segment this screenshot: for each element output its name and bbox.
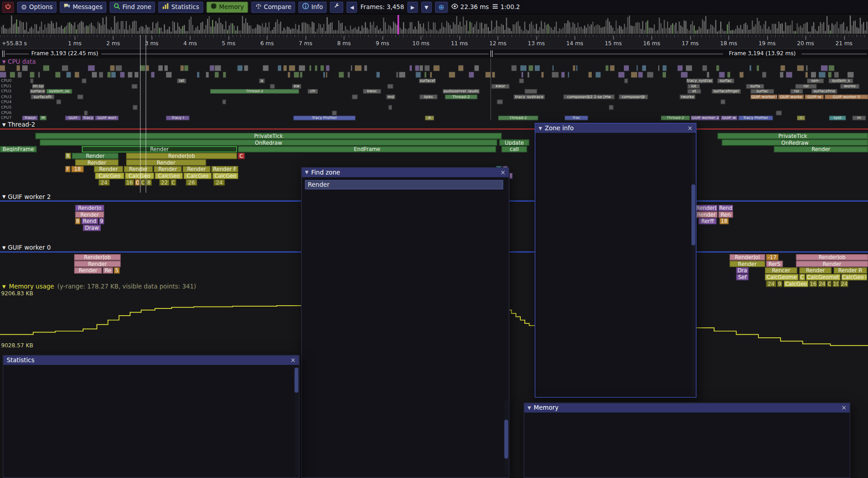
frames-row[interactable]: Frame 3,193 (22.45 ms) Frame 3,194 (13.9… — [0, 49, 868, 58]
timeline-zone[interactable]: Rend — [81, 218, 98, 224]
memory-usage-header[interactable]: ▼ Memory usage (y-range: 178.27 KB, visi… — [2, 283, 196, 290]
cpu-context-switch-zone[interactable]: rol — [796, 84, 817, 89]
messages-button[interactable]: Messages — [60, 1, 107, 12]
frame-label-right[interactable]: Frame 3,194 (13.92 ms) — [729, 50, 796, 56]
frame-dropdown-button[interactable]: ▼ — [421, 1, 432, 12]
cpu-context-switch-zone[interactable]: Trasyl — [22, 116, 38, 120]
timeline-zone[interactable]: Rend — [718, 205, 733, 211]
cpu-context-switch-zone[interactable]: GUIF-w — [805, 95, 824, 99]
cpu-context-switch-zone[interactable]: Tracy I — [166, 116, 189, 120]
timeline-zone[interactable]: 18 — [71, 166, 84, 172]
timeline-zone[interactable]: Draw — [83, 225, 101, 231]
timeline-zone[interactable]: CalcGeo C — [841, 274, 867, 280]
cpu-context-switch-zone[interactable]: lgiks — [420, 95, 437, 99]
cpu-context-switch-zone[interactable]: GUIF worke — [778, 95, 804, 99]
cpu-context-switch-zone[interactable] — [332, 110, 337, 115]
close-icon[interactable]: × — [291, 357, 296, 363]
timeline-zone[interactable]: PrivateTick — [717, 133, 868, 139]
timeline-zone[interactable]: C — [799, 274, 805, 280]
timeline-zone[interactable]: Rerff — [698, 218, 716, 224]
cpu-context-switch-zone[interactable]: system_s — [829, 79, 853, 83]
timeline-zone[interactable]: Render — [796, 261, 868, 267]
info-button[interactable]: Info — [299, 1, 327, 12]
cpu-context-switch-zone[interactable]: kwor — [491, 84, 509, 89]
timeline-zone[interactable]: Render — [126, 160, 206, 166]
options-button[interactable]: ⚙Options — [17, 1, 57, 12]
timeline-zone[interactable]: 5 — [114, 267, 119, 273]
cpu-context-switch-zone[interactable]: sen- — [807, 79, 824, 83]
cpu-context-switch-zone[interactable]: surface — [30, 89, 45, 94]
timeline-zone[interactable]: RenderJ — [695, 205, 717, 211]
cpu-context-switch-zone[interactable]: surfa — [746, 84, 764, 89]
cpu-data-header[interactable]: ▼CPU data — [2, 58, 36, 66]
timeline-zone[interactable]: call — [501, 146, 527, 152]
compare-button[interactable]: Compare — [251, 1, 295, 12]
timeline-zone[interactable]: CalcGeo — [95, 173, 124, 179]
cpu-context-switch-zone[interactable] — [270, 84, 275, 89]
cpu-context-switch-zone[interactable]: kw — [292, 84, 302, 89]
timeline-zone[interactable]: 8 — [146, 180, 151, 185]
timeline-zone[interactable]: F — [65, 166, 70, 172]
timeline-zone[interactable]: OnRedraw — [722, 140, 868, 146]
timeline-zone[interactable]: EndFrame — [238, 146, 496, 152]
cpu-context-switch-zone[interactable]: Thread-2 — [661, 116, 690, 120]
cpu-context-switch-zone[interactable]: surfacefinger — [712, 89, 741, 94]
timeline-zone[interactable]: RenderJob — [74, 254, 121, 260]
timeline-zone[interactable]: 24 — [840, 281, 848, 287]
cpu-context-switch-zone[interactable]: A — [425, 116, 434, 120]
timeline-zone[interactable]: Render — [74, 261, 121, 267]
cpu-context-switch-zone[interactable]: GUIF worl — [95, 116, 118, 120]
cpu-context-switch-zone[interactable]: l — [797, 116, 805, 120]
cpu-context-switch-zone[interactable]: M — [40, 116, 47, 120]
close-icon[interactable]: × — [841, 405, 846, 411]
timeline-zone[interactable]: Update — [499, 140, 529, 146]
timeline-zone[interactable]: O — [135, 180, 140, 185]
timeline-zone[interactable]: Re — [103, 267, 113, 273]
cpu-context-switch-zone[interactable] — [84, 110, 87, 115]
timeline-zone[interactable]: 9 — [99, 218, 104, 224]
cpu-context-switch-zone[interactable] — [721, 100, 725, 104]
timeline-zone[interactable]: Render — [72, 153, 118, 159]
cpu-context-switch-zone[interactable]: kwoc — [363, 89, 381, 94]
timeline-zone[interactable]: Ren — [718, 212, 733, 218]
timeline-zone[interactable]: 16 — [125, 180, 134, 185]
statistics-titlebar[interactable]: Statistics × — [3, 355, 299, 365]
find-zone-search-input[interactable] — [305, 180, 503, 189]
cpu-context-switch-zone[interactable]: system_se — [47, 89, 72, 94]
thread-header-thread-2[interactable]: ▼Thread-2 — [2, 121, 35, 128]
timeline-zone[interactable]: Dra — [736, 267, 749, 273]
timeline-zone[interactable]: CalcGeome — [765, 274, 798, 280]
timeline-zone[interactable]: C — [827, 281, 831, 287]
timeline-zone[interactable]: Render F — [212, 166, 238, 172]
find-zone-scrollbar[interactable] — [505, 400, 509, 474]
timeline-zone[interactable]: Render — [75, 212, 104, 218]
thread-header-guif-worker-0[interactable]: ▼GUIF worker 0 — [2, 244, 51, 251]
timeline-zone[interactable]: -17 — [766, 254, 778, 260]
cpu-context-switch-zone[interactable]: syst — [829, 116, 846, 120]
cpu-context-switch-zone[interactable] — [57, 100, 61, 104]
cpu-context-switch-zone[interactable]: audioserver /audio — [443, 89, 480, 94]
cpu-context-switch-zone[interactable] — [82, 79, 86, 83]
cpu-context-switch-zone[interactable]: rworke — [680, 95, 695, 99]
cpu-context-switch-zone[interactable]: roi — [791, 89, 803, 94]
timeline-zone[interactable]: CalcGeo — [125, 173, 154, 179]
cpu-context-switch-zone[interactable]: surfac — [750, 89, 774, 94]
timeline-zone[interactable]: C — [141, 180, 145, 185]
timeline-zone[interactable]: 10 — [833, 281, 840, 287]
timeline-zone[interactable]: 18 — [720, 218, 729, 224]
time-ruler[interactable]: +55.83 s 1 ms2 ms3 ms4 ms5 ms6 ms7 ms8 m… — [0, 35, 868, 49]
cpu-context-switch-zone[interactable]: Trac — [565, 116, 588, 120]
cpu-context-switch-zone[interactable]: m — [853, 116, 866, 120]
timeline-zone[interactable]: 26 — [186, 180, 197, 185]
timeline-zone[interactable]: Sef — [736, 274, 749, 280]
cpu-context-switch-zone[interactable]: GUIF worker 2 — [691, 116, 720, 120]
cpu-context-switch-zone[interactable]: Tracy Profiler — [738, 116, 773, 120]
timeline-zone[interactable]: CalcGeo — [155, 173, 183, 179]
zone-info-scrollbar[interactable] — [691, 135, 695, 395]
memory-titlebar[interactable]: ▼ Memory × — [524, 403, 850, 412]
cpu-context-switch-zone[interactable] — [519, 79, 524, 83]
crosshair-button[interactable]: ⊕ — [435, 1, 448, 12]
cpu-context-switch-zone[interactable]: composer@2.1-se [Hw — [564, 95, 615, 99]
timeline-zone[interactable]: OnRedraw — [40, 140, 497, 146]
find-zone-titlebar[interactable]: ▼ Find zone × — [302, 168, 509, 177]
